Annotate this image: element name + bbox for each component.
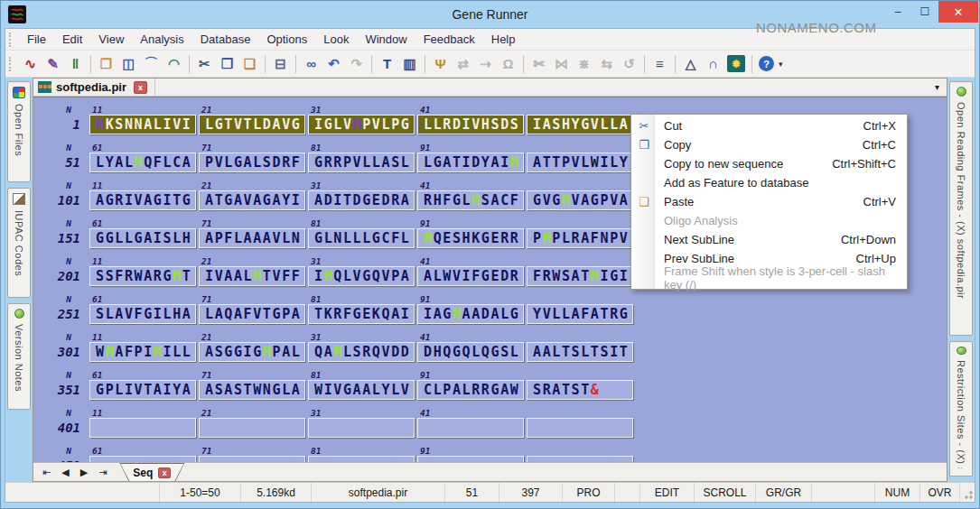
sequence-cell[interactable]: AGRIVAGITG: [89, 190, 196, 210]
print-icon[interactable]: ⊟: [269, 53, 292, 74]
text-icon[interactable]: T: [376, 53, 398, 74]
sequence-cell[interactable]: [417, 456, 524, 462]
sidebar-tab-open-files[interactable]: Open Files: [7, 81, 31, 182]
toolbar-dropdown-icon[interactable]: ▾: [779, 60, 783, 69]
next-record-icon[interactable]: ▶: [80, 467, 88, 477]
menu-view[interactable]: View: [90, 29, 132, 50]
sequence-cell[interactable]: SLAVFGILHA: [89, 304, 196, 324]
tab-list-dropdown-icon[interactable]: ▾: [935, 82, 939, 92]
context-menu-item-add-as-feature[interactable]: Add as Feature to database: [631, 173, 907, 192]
menu-window[interactable]: Window: [357, 29, 415, 50]
open-file-icon[interactable]: ❒: [95, 53, 117, 74]
prev-record-icon[interactable]: ◀: [61, 467, 69, 477]
toolbar-grip[interactable]: [9, 57, 14, 71]
sequence-cell[interactable]: [527, 456, 633, 462]
cut-icon[interactable]: ✂: [193, 53, 216, 74]
sequence-cell[interactable]: MQESHKGERR: [417, 228, 524, 248]
sequence-cell[interactable]: WIVGAALYLV: [308, 380, 415, 400]
sidebar-tab-open-reading-frames-x-softpedia-pir[interactable]: Open Reading Frames - (X) softpedia.pir: [949, 81, 973, 336]
sequence-cell[interactable]: GRRPVLLASL: [308, 153, 415, 172]
sequence-cell[interactable]: ASGGIGMPAL: [199, 342, 305, 362]
sequence-cell[interactable]: RHFGLMSACF: [417, 190, 524, 210]
sequence-cell[interactable]: DHQGQLQGSL: [417, 342, 524, 362]
last-record-icon[interactable]: ⇥: [98, 467, 107, 477]
sequence-cell[interactable]: IAGMAADALG: [417, 304, 524, 324]
sequence-cell[interactable]: ATGAVAGAYI: [199, 190, 305, 210]
menu-database[interactable]: Database: [192, 29, 259, 50]
sequence-cell[interactable]: GVGMVAGPVA: [527, 190, 633, 210]
save-file-icon[interactable]: ◫: [117, 53, 140, 74]
sequence-cell[interactable]: APFLAAAVLN: [199, 228, 305, 248]
sidebar-tab-version-notes[interactable]: Version Notes: [7, 303, 31, 410]
sequence-cell[interactable]: MKSNNALIVI: [89, 115, 196, 134]
sequence-cell[interactable]: ADITDGEDRA: [308, 190, 415, 210]
new-sequence-icon[interactable]: ∿: [19, 53, 42, 74]
sequence-cell[interactable]: ASASTWNGLA: [199, 380, 305, 400]
minimize-button[interactable]: –: [884, 1, 911, 23]
sequence-cell[interactable]: QAMLSRQVDD: [308, 342, 415, 362]
sequence-cell[interactable]: LGTVTLDAVG: [199, 115, 305, 134]
sequence-cell[interactable]: LGATIDYAIM: [417, 153, 524, 172]
sequence-cell[interactable]: [89, 418, 196, 438]
context-menu-item-cut[interactable]: ✂CutCtrl+X: [631, 116, 907, 135]
sequence-cell[interactable]: SSFRWARGMT: [89, 266, 196, 286]
sequence-cell[interactable]: [308, 418, 415, 438]
sequence-cell[interactable]: [417, 418, 524, 438]
sheet-tab-close-icon[interactable]: x: [158, 467, 171, 478]
find-icon[interactable]: ∞: [300, 53, 322, 74]
lock-closed-icon[interactable]: ◠: [163, 53, 185, 74]
context-menu-item-next-subline[interactable]: Next SubLineCtrl+Down: [631, 230, 907, 249]
sequence-cell[interactable]: PVLGALSDRF: [199, 153, 305, 172]
undo-icon[interactable]: ↶: [322, 53, 345, 74]
close-button[interactable]: ✕: [938, 1, 978, 23]
settings-sun-icon[interactable]: ✹: [727, 55, 745, 72]
sequence-cell[interactable]: LLRDIVHSDS: [417, 115, 524, 134]
sequence-cell[interactable]: CLPALRRGAW: [417, 380, 524, 400]
sheet-tab-seq[interactable]: Seq x: [119, 463, 184, 481]
sequence-cell[interactable]: GLNLLLGCFL: [308, 228, 415, 248]
sequence-cell[interactable]: LAQAFVTGPA: [199, 304, 305, 324]
sequence-cell[interactable]: YVLLAFATRG: [527, 304, 633, 324]
menu-help[interactable]: Help: [483, 29, 524, 50]
menu-look[interactable]: Look: [315, 29, 357, 50]
menu-edit[interactable]: Edit: [54, 29, 90, 50]
sequence-cell[interactable]: [199, 456, 305, 462]
sequence-cell[interactable]: PMPLRAFNPV: [527, 228, 633, 248]
context-menu-item-copy-to-new[interactable]: Copy to new sequenceCtrl+Shift+C: [631, 154, 907, 173]
help-icon[interactable]: ?: [759, 56, 774, 71]
menu-analysis[interactable]: Analysis: [132, 29, 191, 50]
sequence-cell[interactable]: [89, 456, 196, 462]
sequence-cell[interactable]: AALTSLTSIT: [527, 342, 633, 362]
document-tab-close-icon[interactable]: x: [134, 81, 147, 94]
paste-icon[interactable]: ❑: [238, 53, 261, 74]
book-icon[interactable]: ▥: [398, 53, 421, 74]
sidebar-tab-restriction-sites-x-softp[interactable]: Restriction Sites - (X) softp: [949, 341, 973, 477]
justify-icon[interactable]: ≡: [649, 53, 671, 74]
sequence-cell[interactable]: IVAALMTVFF: [199, 266, 305, 286]
sidebar-tab-iupac-codes[interactable]: IUPAC Codes: [7, 188, 31, 298]
triangle-icon[interactable]: △: [679, 53, 702, 74]
sequence-cell[interactable]: [308, 456, 415, 462]
sequence-cell[interactable]: ATTPVLWILY: [527, 153, 633, 172]
sequence-cell[interactable]: IMQLVGQVPA: [308, 266, 415, 286]
context-menu-item-copy[interactable]: ❐CopyCtrl+C: [631, 135, 907, 154]
lock-open-icon[interactable]: ⌒: [140, 53, 163, 74]
sequence-cell[interactable]: GGLLGAISLH: [89, 228, 196, 248]
maximize-button[interactable]: ☐: [911, 1, 938, 23]
context-menu-item-paste[interactable]: ❑PasteCtrl+V: [631, 192, 907, 211]
sequence-cell[interactable]: WMAFPIMILL: [89, 342, 196, 362]
document-tab[interactable]: softpedia.pir x: [33, 79, 155, 96]
sequence-cell[interactable]: ALWVIFGEDR: [417, 266, 524, 286]
copy-icon[interactable]: ❐: [216, 53, 238, 74]
sequence-cell[interactable]: FRWSATMIGI: [527, 266, 633, 286]
menu-feedback[interactable]: Feedback: [415, 29, 483, 50]
sequence-cell[interactable]: [527, 418, 633, 438]
alignment-icon[interactable]: ‖: [64, 53, 87, 74]
sequence-cell[interactable]: SRATST&: [527, 380, 633, 400]
menu-options[interactable]: Options: [258, 29, 315, 50]
sequence-cell[interactable]: IASHYGVLLA: [527, 115, 633, 134]
sequence-cell[interactable]: TKRFGEKQAI: [308, 304, 415, 324]
sequence-cell[interactable]: IGLVMPVLPG: [308, 115, 415, 134]
cap-icon[interactable]: ∩: [702, 53, 724, 74]
first-record-icon[interactable]: ⇤: [42, 467, 51, 477]
